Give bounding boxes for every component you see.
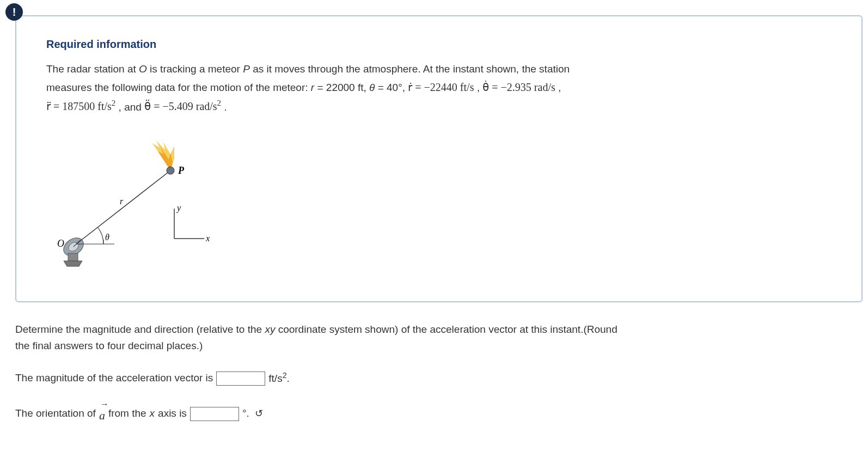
rdot-eq: ṙ = −22440 ft/s bbox=[408, 81, 474, 93]
r-value: = 22000 ft, bbox=[314, 82, 369, 93]
text-segment: The radar station at bbox=[46, 63, 139, 75]
rddot-base: r̈ = 187500 ft/s bbox=[46, 100, 112, 112]
orientation-label-c: axis is bbox=[158, 405, 187, 422]
unit-base: ft/s bbox=[268, 373, 282, 385]
orientation-label-b: from the bbox=[108, 405, 146, 422]
magnitude-input[interactable] bbox=[216, 371, 265, 386]
svg-point-5 bbox=[167, 167, 174, 174]
text-segment: as it moves through the atmosphere. At t… bbox=[250, 63, 570, 75]
var-P: P bbox=[243, 63, 250, 75]
diagram-label-y: y bbox=[176, 203, 181, 213]
alert-badge: ! bbox=[5, 3, 23, 21]
diagram-label-theta: θ bbox=[105, 233, 109, 242]
question-prompt: Determine the magnitude and direction (r… bbox=[15, 321, 863, 355]
orientation-label-a: The orientation of bbox=[15, 405, 96, 422]
rddot-eq: r̈ = 187500 ft/s2 bbox=[46, 100, 115, 112]
text-segment: measures the following data for the moti… bbox=[46, 82, 311, 93]
comma: , bbox=[474, 82, 482, 93]
svg-rect-3 bbox=[68, 253, 78, 261]
diagram-label-P: P bbox=[178, 165, 185, 176]
coordinate-axes-icon: y x bbox=[174, 203, 210, 243]
diagram-label-x: x bbox=[205, 234, 210, 243]
reset-icon[interactable]: ↺ bbox=[255, 406, 263, 422]
alert-icon: ! bbox=[13, 6, 16, 19]
var-xy: xy bbox=[265, 324, 275, 335]
diagram-label-r: r bbox=[120, 197, 124, 206]
thetadot-eq: θ̇ = −2.935 rad/s bbox=[482, 81, 555, 93]
angle-arc bbox=[98, 228, 103, 244]
var-theta: θ bbox=[369, 82, 375, 93]
answer-row-magnitude: The magnitude of the acceleration vector… bbox=[15, 369, 863, 387]
var-x: x bbox=[150, 405, 155, 422]
unit-end: . bbox=[287, 373, 290, 385]
answer-row-orientation: The orientation of a from the x axis is … bbox=[15, 403, 863, 425]
thetaddot-eq: θ̈ = −5.409 rad/s2 bbox=[144, 100, 221, 112]
problem-diagram: O r θ P y x bbox=[52, 132, 248, 274]
and-text: , and bbox=[115, 101, 144, 112]
text-segment: Determine the magnitude and direction (r… bbox=[15, 324, 265, 335]
diagram-label-O: O bbox=[57, 238, 64, 249]
diagram-svg: O r θ P y x bbox=[52, 132, 248, 274]
theta-value: = 40°, bbox=[375, 82, 408, 93]
magnitude-label: The magnitude of the acceleration vector… bbox=[15, 370, 213, 386]
period: . bbox=[221, 101, 227, 112]
problem-statement: The radar station at O is tracking a met… bbox=[46, 60, 832, 116]
vector-a-symbol: a bbox=[99, 403, 105, 425]
info-box: Required information The radar station a… bbox=[15, 15, 863, 302]
thetaddot-base: θ̈ = −5.409 rad/s bbox=[144, 100, 217, 112]
meteor-icon bbox=[152, 141, 174, 174]
unit-exp: 2 bbox=[283, 371, 287, 380]
text-segment: is tracking a meteor bbox=[147, 63, 243, 75]
var-O: O bbox=[139, 63, 147, 75]
line-r bbox=[76, 170, 170, 244]
magnitude-unit: ft/s2. bbox=[268, 369, 290, 387]
comma: , bbox=[555, 82, 561, 93]
text-segment: the final answers to four decimal places… bbox=[15, 340, 203, 351]
orientation-input[interactable] bbox=[190, 407, 239, 421]
text-segment: coordinate system shown) of the accelera… bbox=[275, 324, 617, 335]
orientation-unit: °. bbox=[242, 405, 249, 422]
thetaddot-exp: 2 bbox=[217, 99, 222, 108]
question-section: Determine the magnitude and direction (r… bbox=[15, 321, 863, 425]
required-info-header: Required information bbox=[46, 38, 832, 51]
